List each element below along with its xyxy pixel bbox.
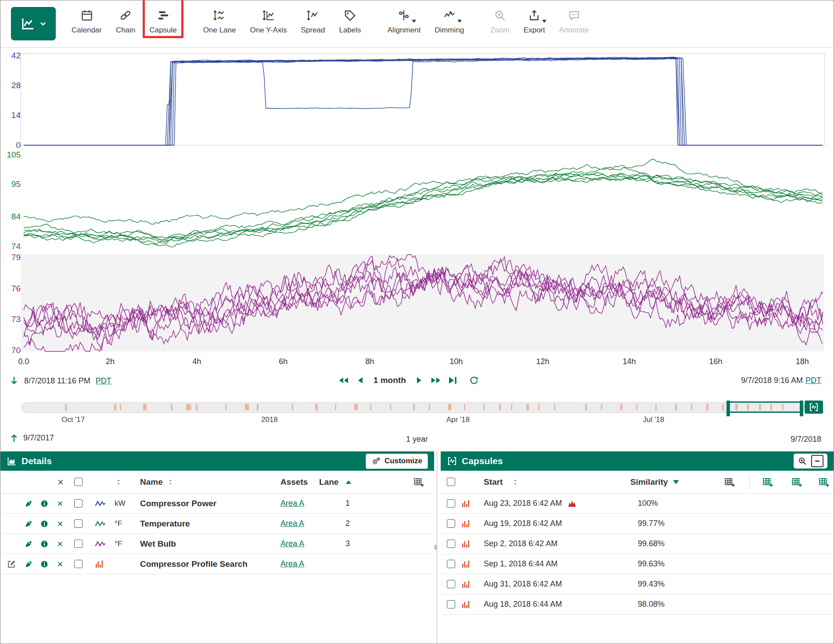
sort-icon[interactable] [512,479,518,485]
capsule-row[interactable]: Aug 19, 2018 6:42 AM99.77% [441,514,834,534]
rocket-icon[interactable] [24,499,33,508]
select-all-items-checkbox[interactable] [74,478,83,486]
labels-icon [343,9,356,22]
capsule-checkbox[interactable] [447,499,455,508]
capsule-row[interactable]: Aug 31, 2018 6:42 AM99.43% [441,574,834,594]
y-axis-tick: 0 [0,140,21,150]
capsule-row[interactable]: Aug 23, 2018 6:42 AM100% [441,494,834,514]
toolbar-one-y-axis-button[interactable]: One Y-Axis [243,0,294,35]
add-column-icon[interactable] [724,476,735,488]
info-icon[interactable] [40,519,49,528]
toolbar-chain-button[interactable]: Chain [109,0,142,35]
select-all-capsules-checkbox[interactable] [447,478,455,486]
selection-left-handle[interactable] [726,401,730,416]
details-row[interactable]: kWCompressor PowerArea A1 [0,494,434,514]
timeline-selection[interactable] [728,401,802,413]
capsule-row[interactable]: Aug 18, 2018 6:44 AM98.08% [441,594,834,615]
details-row[interactable]: °FTemperatureArea A2 [0,514,434,534]
item-name[interactable]: Temperature [134,519,190,529]
asset-link[interactable]: Area A [280,499,304,508]
asset-link[interactable]: Area A [280,539,304,548]
close-icon[interactable] [57,540,64,547]
item-checkbox[interactable] [74,560,83,568]
item-checkbox[interactable] [74,540,83,548]
toolbar-alignment-button[interactable]: Alignment [381,0,428,35]
close-icon[interactable] [57,561,64,568]
asset-link[interactable]: Area A [280,559,304,569]
capsule-mark [620,404,622,410]
add-column-icon[interactable] [413,476,424,488]
item-name[interactable]: Wet Bulb [134,539,176,549]
condition-icon [461,499,471,508]
customize-button[interactable]: Customize [366,454,428,469]
info-icon[interactable] [40,499,49,508]
toolbar-spread-button[interactable]: Spread [294,0,332,35]
sort-icon[interactable] [167,479,173,485]
capsule-mark [245,404,249,410]
toolbar-calendar-button[interactable]: Calendar [65,0,109,35]
add-capsule-stat-icon-1[interactable] [762,476,773,488]
close-icon[interactable] [57,520,64,527]
step-back-button[interactable] [356,376,365,385]
spread-icon [306,9,320,22]
close-icon[interactable] [57,500,64,507]
step-size-label[interactable]: 1 month [374,376,406,385]
capsule-timeline-button[interactable] [805,401,823,414]
item-name[interactable]: Compressor Power [134,499,216,508]
rocket-icon[interactable] [24,540,33,548]
info-icon[interactable] [40,540,49,548]
panel-splitter[interactable]: ‖ [436,451,438,644]
toolbar-export-button[interactable]: Export [517,0,552,35]
details-row[interactable]: °FWet BulbArea A3 [0,534,434,554]
rocket-icon[interactable] [24,519,33,528]
worksheet-view-dropdown[interactable] [11,7,56,40]
toolbar-zoom-button: Zoom [483,0,516,35]
edit-icon[interactable] [7,559,16,569]
item-checkbox[interactable] [74,499,83,508]
details-row[interactable]: Compressor Profile SearchArea A [0,554,434,574]
jump-to-start-icon[interactable] [9,376,19,386]
timeline-track[interactable] [22,402,805,413]
info-icon[interactable] [40,560,49,569]
toolbar-dimming-button[interactable]: Dimming [428,0,471,35]
selection-right-handle[interactable] [800,401,803,416]
expand-range-icon[interactable] [9,433,19,443]
remove-all-icon[interactable] [57,478,65,486]
capsule-checkbox[interactable] [447,540,455,548]
refresh-button[interactable] [469,376,479,385]
capsule-row[interactable]: Sep 1, 2018 6:44 AM99.63% [441,554,834,574]
y-axis-tick: 70 [0,346,21,355]
zoom-to-capsule-icon[interactable] [798,456,807,466]
add-capsule-stat-icon-2[interactable] [791,476,802,488]
capsule-row[interactable]: Sep 2, 2018 6:42 AM99.68% [441,534,834,554]
chain-icon [119,9,132,22]
timezone-link-end[interactable]: PDT [805,376,821,385]
capsule-checkbox[interactable] [447,519,455,528]
capsule-checkbox[interactable] [447,560,455,568]
timezone-link-start[interactable]: PDT [96,376,111,386]
step-forward-large-button[interactable] [431,375,441,386]
capsule-checkbox[interactable] [447,580,455,588]
step-forward-button[interactable] [415,376,424,385]
rocket-icon[interactable] [24,560,33,569]
sort-icon[interactable] [115,479,122,485]
asset-link[interactable]: Area A [280,519,304,528]
item-checkbox[interactable] [74,519,83,528]
annotate-icon [568,9,581,22]
start-column-header[interactable]: Start [484,477,503,487]
toolbar-one-lane-button[interactable]: One Lane [196,0,243,35]
toolbar-capsule-button[interactable]: Capsule [142,0,183,35]
collapse-panel-button[interactable] [811,455,823,467]
assets-column-header[interactable]: Assets [280,477,308,487]
step-back-large-button[interactable] [338,375,349,386]
lane-column-header[interactable]: Lane [319,477,338,487]
name-column-header[interactable]: Name [140,477,163,487]
similarity-column-header[interactable]: Similarity [630,477,668,487]
calendar-icon [80,9,93,22]
skip-to-now-button[interactable] [448,376,458,385]
trend-chart[interactable]: 4228140105958474797673700.02h4h6h8h10h12… [0,47,834,372]
add-capsule-stat-icon-3[interactable] [818,476,830,488]
item-name[interactable]: Compressor Profile Search [134,559,248,569]
capsule-checkbox[interactable] [447,600,455,608]
toolbar-labels-button[interactable]: Labels [332,0,368,35]
